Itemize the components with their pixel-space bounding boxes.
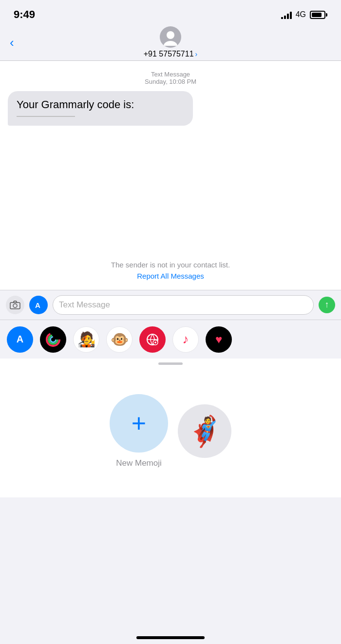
status-icons: 4G xyxy=(281,10,327,19)
shelf-last-button[interactable]: ♥ xyxy=(206,326,232,353)
home-indicator xyxy=(136,636,205,639)
shelf-appstore-button[interactable]: A xyxy=(7,326,33,353)
message-text: Your Grammarly code is: xyxy=(17,98,184,112)
text-input-placeholder: Text Message xyxy=(59,300,307,310)
contact-number: +91 57575711 › xyxy=(144,50,197,58)
status-bar: 9:49 4G xyxy=(0,0,341,26)
text-input-wrapper[interactable]: Text Message xyxy=(53,295,314,315)
camera-icon xyxy=(10,301,20,309)
shelf-monkey-button[interactable]: 🐵 xyxy=(106,326,133,353)
new-memoji-label: New Memoji xyxy=(116,458,162,468)
memoji-panel: + New Memoji 🦸 xyxy=(0,365,341,497)
person-icon xyxy=(162,28,179,46)
shelf-memoji1-button[interactable]: 🧑‍🎤 xyxy=(73,326,99,353)
shelf-websearch-button[interactable] xyxy=(139,326,166,353)
appstore-icon: A xyxy=(33,300,44,310)
send-arrow-icon: ↑ xyxy=(325,300,329,310)
plus-icon: + xyxy=(132,411,146,436)
sender-warning-text: The sender is not in your contact list. xyxy=(10,261,331,269)
report-all-messages-link[interactable]: Report All Messages xyxy=(10,272,331,280)
apps-shelf: A 🧑‍🎤 🐵 ♪ ♥ xyxy=(0,320,341,359)
message-bubble: Your Grammarly code is: xyxy=(8,91,193,126)
svg-point-1 xyxy=(164,41,177,46)
signal-text: 4G xyxy=(296,10,306,19)
shelf-music-button[interactable]: ♪ xyxy=(172,326,199,353)
send-button[interactable]: ↑ xyxy=(319,297,335,313)
memoji-preview-emoji: 🦸 xyxy=(187,414,223,449)
panel-handle-bar xyxy=(0,359,341,365)
memoji-grid: + New Memoji 🦸 xyxy=(110,365,231,478)
svg-point-0 xyxy=(167,31,174,39)
memoji-preview-item[interactable]: 🦸 xyxy=(178,404,231,458)
message-type-label: Text Message xyxy=(8,71,333,78)
status-time: 9:49 xyxy=(14,8,35,21)
web-search-icon xyxy=(146,333,159,346)
sender-warning: The sender is not in your contact list. … xyxy=(0,188,341,290)
new-memoji-button[interactable]: + xyxy=(110,394,168,453)
avatar xyxy=(160,26,181,48)
input-bar: A Text Message ↑ xyxy=(0,290,341,320)
battery-icon xyxy=(310,11,327,19)
appstore-button[interactable]: A xyxy=(29,296,48,314)
activity-rings-icon xyxy=(45,332,61,347)
signal-bars-icon xyxy=(281,10,292,19)
contact-info[interactable]: +91 57575711 › xyxy=(144,26,197,58)
nav-bar: ‹ +91 57575711 › xyxy=(0,26,341,60)
svg-text:A: A xyxy=(35,301,40,309)
contact-chevron-icon: › xyxy=(195,50,198,58)
message-meta: Text Message Sunday, 10:08 PM xyxy=(8,71,333,85)
message-underline xyxy=(17,116,75,117)
back-button[interactable]: ‹ xyxy=(10,35,14,50)
shelf-activity-button[interactable] xyxy=(40,326,66,353)
messages-area: Text Message Sunday, 10:08 PM Your Gramm… xyxy=(0,61,341,188)
svg-point-7 xyxy=(51,337,56,342)
camera-button[interactable] xyxy=(6,296,24,314)
svg-point-3 xyxy=(13,304,17,308)
message-timestamp: Sunday, 10:08 PM xyxy=(8,78,333,85)
